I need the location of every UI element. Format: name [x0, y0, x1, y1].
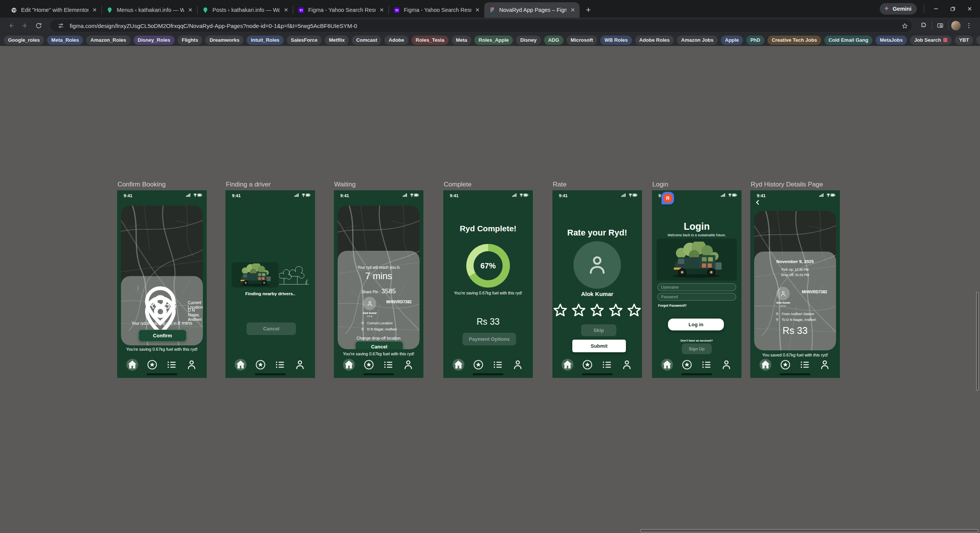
star-icon[interactable] — [472, 359, 484, 371]
change-dropoff-link[interactable]: Change drop-off location — [338, 336, 420, 340]
tab-close-icon[interactable]: ✕ — [378, 6, 385, 14]
bookmark-star-icon[interactable] — [900, 21, 910, 31]
bookmark-item[interactable]: Comcast — [352, 36, 381, 45]
username-field[interactable] — [657, 283, 736, 291]
cancel-button[interactable]: Cancel — [247, 322, 296, 335]
bookmark-item[interactable]: YBT — [955, 36, 973, 45]
back-button[interactable] — [5, 20, 17, 31]
tab-close-icon[interactable]: ✕ — [186, 6, 194, 14]
profile-icon[interactable] — [512, 359, 524, 371]
menu-kebab-icon[interactable] — [963, 20, 975, 31]
reload-button[interactable] — [33, 20, 44, 31]
bookmark-item[interactable]: Adobe — [384, 36, 408, 45]
bookmark-item[interactable]: Meta — [452, 36, 472, 45]
bookmark-item[interactable]: Microsoft — [567, 36, 598, 45]
confirm-button[interactable]: Confirm — [139, 330, 186, 342]
profile-icon[interactable] — [819, 359, 831, 371]
browser-tab[interactable]: NovaRyd App Pages – Figma✕ — [484, 2, 580, 18]
bookmark-item[interactable]: Metflix — [325, 36, 349, 45]
browser-tab[interactable]: Y!Figma - Yahoo Search Results✕ — [389, 2, 484, 18]
bookmark-item[interactable]: MetaJobs — [875, 36, 907, 45]
frame-label[interactable]: Rate — [553, 181, 567, 188]
bookmark-item[interactable]: Creative Tech Jobs — [768, 36, 821, 45]
star-icon[interactable] — [146, 359, 158, 371]
browser-tab[interactable]: Menus ‹ kathakari.info — WordPr✕ — [102, 2, 197, 18]
restore-button[interactable] — [948, 4, 958, 14]
back-chevron-icon[interactable] — [755, 199, 761, 207]
close-window-button[interactable] — [965, 4, 975, 14]
bookmark-item[interactable]: Dreamworks — [205, 36, 243, 45]
list-icon[interactable] — [382, 359, 394, 371]
list-icon[interactable] — [799, 359, 811, 371]
home-icon[interactable] — [562, 359, 573, 371]
star-icon[interactable] — [779, 359, 791, 371]
bookmark-item[interactable]: ADG — [544, 36, 564, 45]
home-icon[interactable] — [235, 359, 247, 371]
bookmark-item[interactable]: Amazon Jobs — [677, 36, 718, 45]
frame-label[interactable]: Finding a driver — [226, 181, 271, 188]
star-rating-icon[interactable] — [589, 302, 605, 318]
tab-close-icon[interactable]: ✕ — [282, 6, 290, 14]
star-rating-icon[interactable] — [571, 302, 586, 318]
site-settings-icon[interactable] — [56, 21, 66, 31]
star-icon[interactable] — [255, 359, 266, 371]
home-icon[interactable] — [661, 359, 673, 371]
star-rating-icon[interactable] — [608, 302, 624, 318]
frame-label[interactable]: Ryd History Details Page — [751, 181, 823, 188]
home-icon[interactable] — [452, 359, 464, 371]
profile-icon[interactable] — [621, 359, 633, 371]
frame-label[interactable]: Waiting — [334, 181, 356, 188]
star-rating-icon[interactable] — [626, 302, 642, 318]
frame-label[interactable]: Login — [652, 181, 668, 188]
password-field[interactable] — [657, 293, 736, 301]
bookmark-item[interactable]: Cold Email Gang — [824, 36, 872, 45]
browser-tab[interactable]: Edit "Home" with Elementor✕ — [6, 2, 101, 18]
profile-icon[interactable] — [294, 359, 306, 371]
horizontal-scrollbar[interactable] — [640, 529, 978, 532]
forward-button[interactable] — [19, 20, 31, 31]
search-tabs-icon[interactable] — [934, 20, 946, 31]
bookmark-item[interactable]: Flights — [178, 36, 203, 45]
browser-tab[interactable]: Y!Figma - Yahoo Search Results✕ — [293, 2, 389, 18]
list-icon[interactable] — [701, 359, 712, 371]
new-tab-button[interactable]: + — [583, 4, 594, 16]
signup-button[interactable]: Sign Up — [682, 343, 712, 354]
bookmark-item[interactable]: SalesForce — [287, 36, 322, 45]
star-icon[interactable] — [581, 359, 593, 371]
url-bar[interactable]: figma.com/design/lnxyZUsgCL5oDM2OfrxqqC/… — [51, 20, 912, 32]
tab-close-icon[interactable]: ✕ — [91, 6, 98, 14]
browser-tab[interactable]: Posts ‹ kathakari.info — WordPr✕ — [198, 2, 293, 18]
tab-close-icon[interactable]: ✕ — [569, 6, 577, 14]
frame-label[interactable]: Complete — [444, 181, 472, 188]
login-button[interactable]: Log in — [668, 319, 724, 330]
star-icon[interactable] — [363, 359, 375, 371]
cancel-button[interactable]: Cancel — [355, 341, 403, 349]
list-icon[interactable] — [166, 359, 178, 371]
tab-close-icon[interactable]: ✕ — [474, 6, 481, 14]
bookmark-item[interactable]: Adobe Roles — [635, 36, 674, 45]
bookmark-item[interactable]: Amazon_Roles — [86, 36, 130, 45]
bookmark-item[interactable]: WB Roles — [600, 36, 632, 45]
star-icon[interactable] — [681, 359, 693, 371]
list-icon[interactable] — [274, 359, 286, 371]
extensions-icon[interactable] — [918, 20, 929, 31]
list-icon[interactable] — [601, 359, 613, 371]
vertical-scrollbar[interactable] — [976, 292, 979, 391]
payment-options-button[interactable]: Payment Options — [462, 333, 516, 345]
profile-icon[interactable] — [720, 359, 732, 371]
bookmark-item[interactable]: Disney — [516, 36, 541, 45]
home-icon[interactable] — [126, 359, 138, 371]
gemini-button[interactable]: Gemini — [880, 3, 917, 15]
profile-avatar[interactable] — [951, 21, 961, 31]
frame-label[interactable]: Confirm Booking — [118, 181, 166, 188]
submit-button[interactable]: Submit — [572, 340, 626, 352]
bookmark-item[interactable]: Meta_Roles — [47, 36, 83, 45]
bookmark-item[interactable]: Intuit_Roles — [247, 36, 283, 45]
bookmark-item[interactable]: Job Search — [910, 36, 952, 45]
bookmark-item[interactable]: YBT — [976, 36, 980, 45]
skip-button[interactable]: Skip — [581, 324, 616, 336]
star-rating-icon[interactable] — [552, 302, 568, 318]
forgot-password-link[interactable]: Forgot Password? — [658, 304, 687, 307]
bookmark-item[interactable]: Roles_Apple — [474, 36, 513, 45]
bookmark-item[interactable]: Roles_Tesla — [412, 36, 449, 45]
